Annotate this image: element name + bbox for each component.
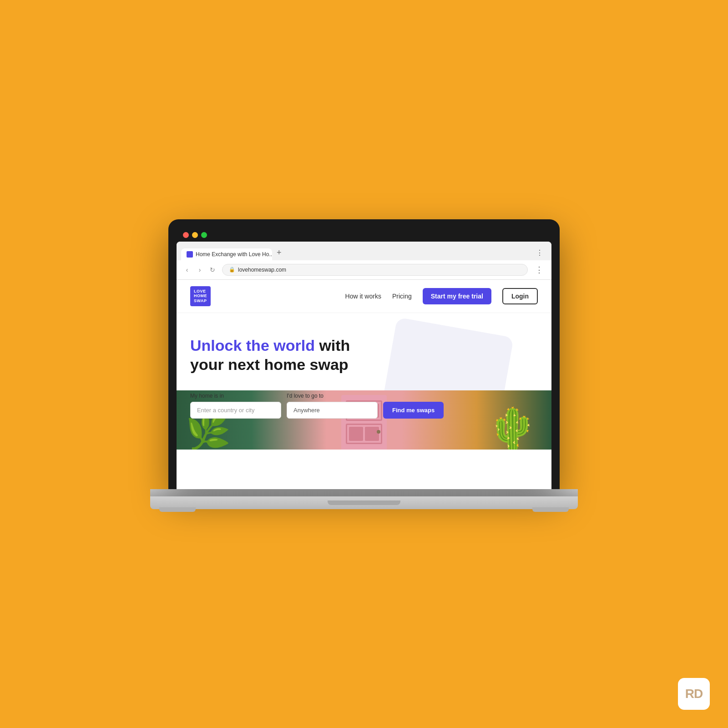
login-button[interactable]: Login (502, 288, 538, 304)
laptop-foot-right (532, 507, 569, 512)
home-search-input[interactable]: Enter a country or city (190, 402, 281, 419)
browser-tab-bar: Home Exchange with Love Ho... ✕ + ⋮ (177, 242, 551, 260)
website-content: LOVE HOME SWAP How it works Pricing Star… (177, 280, 551, 489)
browser-chrome: Home Exchange with Love Ho... ✕ + ⋮ ‹ › … (177, 242, 551, 489)
close-button-dot (183, 232, 189, 238)
lock-icon: 🔒 (229, 267, 235, 273)
tab-title: Home Exchange with Love Ho... (196, 251, 272, 258)
door-panel-bottom (346, 424, 382, 444)
search-bar: My home is in Enter a country or city I'… (190, 393, 538, 419)
browser-menu-button[interactable]: ⋮ (532, 264, 546, 276)
forward-button[interactable]: › (195, 265, 205, 275)
plant-left: 🌿 (186, 413, 231, 450)
destination-search-label: I'd love to go to (287, 393, 378, 399)
address-bar: ‹ › ↻ 🔒 lovehomeswap.com ⋮ (177, 260, 551, 280)
tab-more-button[interactable]: ⋮ (532, 247, 547, 259)
traffic-lights (177, 228, 551, 242)
reload-button[interactable]: ↻ (207, 265, 217, 275)
door-knob (377, 430, 380, 434)
door-sub-panel (365, 427, 379, 441)
tab-strip: Home Exchange with Love Ho... ✕ + (181, 245, 529, 260)
new-tab-button[interactable]: + (272, 245, 286, 260)
door-sub-panel (349, 427, 363, 441)
destination-search-field: I'd love to go to Anywhere (287, 393, 378, 419)
laptop-mockup: Home Exchange with Love Ho... ✕ + ⋮ ‹ › … (150, 219, 578, 509)
home-search-label: My home is in (190, 393, 281, 399)
screen-bezel: Home Exchange with Love Ho... ✕ + ⋮ ‹ › … (177, 228, 551, 489)
laptop-base (150, 496, 578, 509)
home-search-field: My home is in Enter a country or city (190, 393, 281, 419)
hero-title: Unlock the world withyour next home swap (190, 336, 372, 374)
hero-title-highlight: Unlock the world (190, 337, 315, 354)
back-button[interactable]: ‹ (182, 265, 192, 275)
nav-buttons: ‹ › ↻ (182, 265, 217, 275)
site-nav: LOVE HOME SWAP How it works Pricing Star… (177, 280, 551, 313)
hero-section: Unlock the world withyour next home swap… (177, 313, 551, 450)
minimize-button-dot (192, 232, 198, 238)
nav-links: How it works Pricing Start my free trial… (345, 288, 538, 304)
laptop-foot-left (159, 507, 196, 512)
nav-link-pricing[interactable]: Pricing (392, 293, 412, 300)
url-text: lovehomeswap.com (238, 267, 286, 273)
maximize-button-dot (201, 232, 207, 238)
laptop-notch (328, 500, 400, 505)
nav-link-how-it-works[interactable]: How it works (345, 293, 381, 300)
laptop-screen: Home Exchange with Love Ho... ✕ + ⋮ ‹ › … (168, 219, 560, 489)
address-input[interactable]: 🔒 lovehomeswap.com (222, 264, 528, 276)
tab-favicon (187, 251, 193, 258)
destination-search-input[interactable]: Anywhere (287, 402, 378, 419)
browser-tab-active[interactable]: Home Exchange with Love Ho... ✕ (181, 248, 272, 260)
laptop-keyboard (150, 489, 578, 496)
find-swaps-button[interactable]: Find me swaps (383, 402, 444, 419)
rd-watermark: RD (678, 678, 710, 710)
logo: LOVE HOME SWAP (190, 286, 211, 306)
start-trial-button[interactable]: Start my free trial (423, 288, 491, 304)
